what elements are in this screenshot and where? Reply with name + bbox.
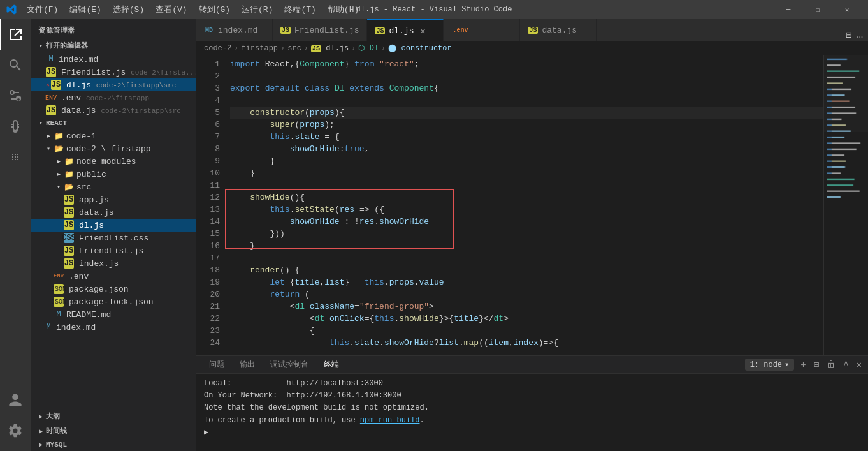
- tree-data-js[interactable]: JS data.js: [31, 206, 196, 219]
- menu-terminal[interactable]: 终端(T): [279, 3, 321, 17]
- editor-area: MD index.md JS FriendList.js JS dl.js ✕ …: [196, 19, 868, 451]
- activity-settings-icon[interactable]: [0, 415, 31, 446]
- menu-view[interactable]: 查看(V): [150, 3, 192, 17]
- panel-tab-problems[interactable]: 问题: [201, 357, 232, 373]
- code-line-4: [230, 94, 823, 107]
- code-line-22: <dt onClick={this.showHide}>{title}</dt>: [230, 313, 823, 325]
- folder-chevron-icon: ▶: [54, 158, 64, 165]
- tree-readme-md[interactable]: M README.md: [31, 308, 196, 321]
- title-bar-left: 文件(F) 编辑(E) 选择(S) 查看(V) 转到(G) 运行(R) 终端(T…: [6, 3, 364, 17]
- open-editor-data-js[interactable]: JS data.js code-2\firstapp\src: [31, 104, 196, 117]
- open-editors-chevron: ▾: [36, 42, 46, 50]
- tab-close-button[interactable]: ✕: [417, 26, 428, 36]
- sidebar-title: 资源管理器: [31, 19, 196, 38]
- delete-terminal-button[interactable]: 🗑: [825, 359, 837, 371]
- open-editor-env[interactable]: ENV .env code-2\firstapp: [31, 91, 196, 104]
- activity-account-icon[interactable]: [0, 385, 31, 415]
- close-button[interactable]: ✕: [832, 0, 862, 19]
- open-editor-friendlist-js[interactable]: JS FriendList.js code-2\firsta...: [31, 66, 196, 78]
- tree-item-label: index.js: [79, 259, 119, 269]
- chevron-icon: ▶: [36, 427, 46, 435]
- tree-friendlist-css[interactable]: CSS FriendList.css: [31, 232, 196, 244]
- code-editor[interactable]: import React,{Component} from "react"; e…: [225, 55, 823, 355]
- code-line-6: super(props);: [230, 119, 823, 131]
- open-editor-name: data.js code-2\firstapp\src: [61, 106, 181, 115]
- bc-item[interactable]: JS dl.js: [311, 44, 349, 53]
- tree-node-modules[interactable]: ▶ 📁 node_modules: [31, 155, 196, 168]
- react-section-header[interactable]: ▾ REACT: [31, 117, 196, 129]
- panel-tab-terminal[interactable]: 终端: [316, 357, 347, 373]
- code-line-9: }: [230, 155, 823, 167]
- open-editor-name: FriendList.js code-2\firsta...: [61, 68, 196, 77]
- menu-select[interactable]: 选择(S): [108, 3, 149, 17]
- maximize-button[interactable]: ☐: [803, 0, 832, 19]
- code-line-16: }: [230, 240, 823, 252]
- tab-env[interactable]: .env: [444, 19, 520, 41]
- tree-index-js[interactable]: JS index.js: [31, 257, 196, 270]
- terminal-prompt[interactable]: ▶: [204, 427, 860, 439]
- panel-up-button[interactable]: ^: [842, 359, 850, 371]
- tab-label: FriendList.js: [294, 26, 359, 35]
- npm-run-build-link[interactable]: npm run build: [360, 416, 420, 425]
- tab-friendlist-js[interactable]: JS FriendList.js: [273, 19, 367, 41]
- bc-item[interactable]: ⬡ Dl: [358, 43, 379, 53]
- menu-goto[interactable]: 转到(G): [194, 3, 235, 17]
- tree-public[interactable]: ▶ 📁 public: [31, 168, 196, 181]
- tab-index-md[interactable]: MD index.md: [196, 19, 273, 41]
- tree-package-lock[interactable]: JSON package-lock.json: [31, 295, 196, 308]
- activity-extensions-icon[interactable]: [0, 142, 31, 172]
- bc-item[interactable]: code-2: [204, 44, 231, 53]
- close-icon[interactable]: ✕: [46, 81, 50, 89]
- md-file-icon: M: [54, 309, 64, 320]
- tree-src[interactable]: ▾ 📂 src: [31, 181, 196, 193]
- menu-run[interactable]: 运行(R): [236, 3, 278, 17]
- activity-debug-icon[interactable]: [0, 111, 31, 142]
- tree-dl-js[interactable]: JS dl.js: [31, 219, 196, 232]
- tree-item-label: FriendList.js: [79, 246, 143, 256]
- terminal-content[interactable]: Local: http://localhost:3000 On Your Net…: [196, 374, 868, 451]
- react-chevron-icon: ▾: [36, 119, 46, 127]
- activity-search-icon[interactable]: [0, 50, 31, 80]
- json-file-icon: JSON: [54, 284, 64, 294]
- activity-explorer-icon[interactable]: [0, 19, 31, 50]
- json-file-icon: JSON: [54, 297, 64, 307]
- tree-env[interactable]: ENV .env: [31, 270, 196, 283]
- split-editor-icon[interactable]: ⊟: [846, 29, 852, 41]
- timeline-header[interactable]: ▶ 时间线: [31, 424, 196, 438]
- bc-item[interactable]: firstapp: [241, 44, 278, 53]
- code-line-17: [230, 252, 823, 264]
- panel-tab-debug[interactable]: 调试控制台: [263, 357, 316, 373]
- folder-chevron-icon: ▶: [43, 132, 54, 140]
- bc-item[interactable]: ⬤ constructor: [388, 43, 451, 53]
- tab-data-js[interactable]: JS data.js: [520, 19, 597, 41]
- open-editors-header[interactable]: ▾ 打开的编辑器: [31, 38, 196, 53]
- tree-app-js[interactable]: JS app.js: [31, 193, 196, 206]
- tree-friendlist-js[interactable]: JS FriendList.js: [31, 244, 196, 257]
- js-file-icon: JS: [46, 67, 56, 77]
- bc-sep: ›: [351, 44, 356, 53]
- mysql-header[interactable]: ▶ MYSQL: [31, 438, 196, 451]
- tree-package-json[interactable]: JSON package.json: [31, 283, 196, 295]
- bc-item[interactable]: src: [287, 44, 301, 53]
- menu-edit[interactable]: 编辑(E): [64, 3, 106, 17]
- minimize-button[interactable]: ─: [774, 0, 803, 19]
- activity-source-control-icon[interactable]: [0, 80, 31, 111]
- menu-file[interactable]: 文件(F): [22, 3, 63, 17]
- panel-tab-output[interactable]: 输出: [232, 357, 263, 373]
- tab-dl-js[interactable]: JS dl.js ✕: [367, 19, 444, 41]
- tree-code1[interactable]: ▶ 📁 code-1: [31, 129, 196, 142]
- outline-header[interactable]: ▶ 大纲: [31, 409, 196, 424]
- open-editor-name: index.md: [59, 55, 98, 64]
- code-line-20: return (: [230, 288, 823, 300]
- more-actions-icon[interactable]: …: [857, 29, 863, 41]
- js-tab-icon: JS: [280, 27, 291, 34]
- tree-code2-firstapp[interactable]: ▾ 📂 code-2 \ firstapp: [31, 142, 196, 155]
- open-editor-index-md[interactable]: M index.md: [31, 53, 196, 66]
- add-terminal-button[interactable]: +: [799, 359, 807, 371]
- split-terminal-button[interactable]: ⊟: [813, 358, 820, 371]
- panel-close-button[interactable]: ✕: [855, 358, 863, 371]
- open-editor-dl-js[interactable]: ✕ JS dl.js code-2\firstapp\src: [31, 78, 196, 91]
- tree-index-md[interactable]: M index.md: [31, 321, 196, 334]
- terminal-dropdown[interactable]: 1: node ▾: [745, 359, 795, 371]
- tree-item-label: node_modules: [76, 157, 136, 166]
